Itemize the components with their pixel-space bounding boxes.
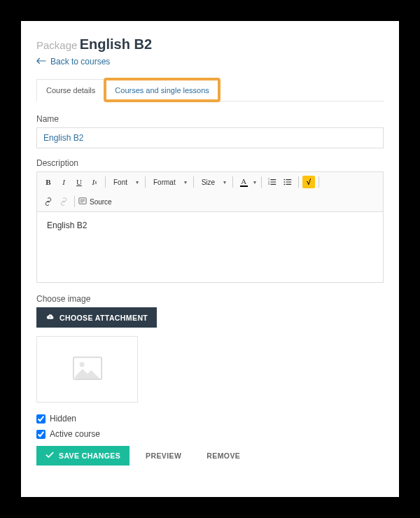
text-color-label: A bbox=[241, 178, 246, 186]
svg-text:3: 3 bbox=[268, 183, 270, 186]
tab-course-details[interactable]: Course details bbox=[36, 79, 105, 102]
source-button[interactable]: Source bbox=[78, 197, 112, 206]
text-color-button[interactable]: A bbox=[237, 175, 251, 189]
cloud-upload-icon bbox=[46, 313, 55, 322]
choose-image-label: Choose image bbox=[36, 294, 384, 304]
image-placeholder-icon bbox=[73, 356, 102, 382]
link-button[interactable] bbox=[41, 195, 55, 209]
rich-text-editor: B I U Ix Font ▾ Format ▾ Size ▾ A bbox=[36, 172, 384, 283]
image-preview bbox=[36, 336, 138, 402]
choose-attachment-button[interactable]: CHOOSE ATTACHMENT bbox=[36, 307, 157, 328]
choose-attachment-label: CHOOSE ATTACHMENT bbox=[59, 314, 148, 322]
svg-point-8 bbox=[79, 362, 84, 367]
package-title: English B2 bbox=[80, 36, 152, 52]
bold-button[interactable]: B bbox=[41, 175, 55, 189]
format-select[interactable]: Format ▾ bbox=[149, 175, 190, 189]
check-icon bbox=[46, 451, 54, 460]
separator bbox=[74, 196, 75, 207]
action-buttons: SAVE CHANGES PREVIEW REMOVE bbox=[36, 446, 384, 465]
bullet-list-button[interactable] bbox=[281, 175, 295, 189]
back-link-label: Back to courses bbox=[50, 57, 110, 66]
separator bbox=[105, 176, 106, 188]
course-edit-panel: Package English B2 Back to courses Cours… bbox=[21, 21, 399, 497]
active-label: Active course bbox=[50, 429, 100, 439]
numbered-list-button[interactable]: 123 bbox=[265, 175, 279, 189]
tab-courses-and-single-lessons[interactable]: Courses and single lessons bbox=[105, 79, 219, 101]
size-select[interactable]: Size ▾ bbox=[197, 175, 229, 189]
chevron-down-icon[interactable]: ▾ bbox=[252, 179, 258, 186]
hidden-label: Hidden bbox=[50, 414, 76, 424]
font-select-label: Font bbox=[113, 178, 127, 186]
editor-content[interactable]: English B2 bbox=[37, 212, 383, 282]
name-input[interactable] bbox=[36, 127, 384, 148]
name-label: Name bbox=[36, 114, 384, 124]
svg-point-4 bbox=[284, 181, 286, 183]
page-title-row: Package English B2 bbox=[36, 36, 384, 52]
svg-point-3 bbox=[284, 179, 286, 181]
source-icon bbox=[78, 197, 87, 206]
separator bbox=[298, 176, 299, 188]
arrow-left-icon bbox=[36, 57, 46, 66]
chevron-down-icon: ▾ bbox=[223, 179, 226, 186]
preview-button[interactable]: PREVIEW bbox=[136, 446, 190, 465]
svg-point-5 bbox=[284, 184, 286, 186]
underline-button[interactable]: U bbox=[72, 175, 86, 189]
format-select-label: Format bbox=[153, 178, 176, 186]
remove-button[interactable]: REMOVE bbox=[197, 446, 249, 465]
unlink-button[interactable] bbox=[57, 195, 71, 209]
size-select-label: Size bbox=[202, 178, 215, 186]
source-label: Source bbox=[90, 198, 112, 206]
hidden-checkbox-row[interactable]: Hidden bbox=[36, 414, 384, 424]
remove-format-button[interactable]: Ix bbox=[88, 175, 102, 189]
tabs: Course details Courses and single lesson… bbox=[36, 79, 384, 102]
save-label: SAVE CHANGES bbox=[59, 451, 120, 460]
chevron-down-icon: ▾ bbox=[184, 179, 187, 186]
separator bbox=[232, 176, 233, 188]
back-to-courses-link[interactable]: Back to courses bbox=[36, 57, 110, 66]
description-label: Description bbox=[36, 158, 384, 168]
font-select[interactable]: Font ▾ bbox=[109, 175, 141, 189]
chevron-down-icon: ▾ bbox=[136, 179, 139, 186]
separator bbox=[318, 176, 319, 188]
separator bbox=[261, 176, 262, 188]
separator bbox=[193, 176, 194, 188]
active-checkbox-row[interactable]: Active course bbox=[36, 429, 384, 439]
hidden-checkbox[interactable] bbox=[36, 414, 46, 424]
package-label: Package bbox=[36, 39, 77, 51]
save-changes-button[interactable]: SAVE CHANGES bbox=[36, 446, 130, 465]
active-course-checkbox[interactable] bbox=[36, 430, 46, 439]
editor-toolbar: B I U Ix Font ▾ Format ▾ Size ▾ A bbox=[37, 172, 383, 212]
separator bbox=[145, 176, 146, 188]
italic-button[interactable]: I bbox=[57, 175, 71, 189]
math-button[interactable]: √ bbox=[302, 176, 315, 188]
